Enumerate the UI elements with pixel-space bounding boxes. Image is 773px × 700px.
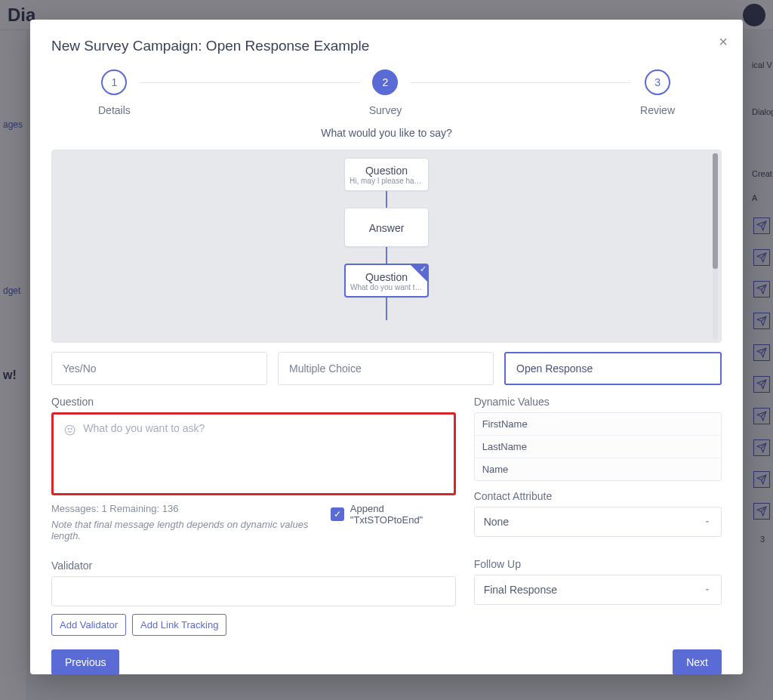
append-label: Append "TxtSTOPtoEnd" [350,503,456,526]
new-survey-modal: × New Survey Campaign: Open Response Exa… [30,20,743,674]
step-survey[interactable]: 2 Survey [360,69,411,116]
flow-canvas-wrap: Question Hi, may I please have... Answer… [51,150,722,343]
question-type-row: Yes/No Multiple Choice Open Response [51,352,722,385]
type-yesno-button[interactable]: Yes/No [51,352,267,385]
append-checkbox[interactable]: ✓ [331,507,343,521]
dynamic-value-item[interactable]: LastName [475,436,721,458]
contact-attribute-select[interactable]: None [474,507,722,537]
svg-point-2 [71,428,72,429]
flow-node-answer[interactable]: Answer [344,208,429,247]
previous-button[interactable]: Previous [51,649,119,674]
step-review[interactable]: 3 Review [631,69,684,116]
follow-up-label: Follow Up [474,558,722,570]
type-multiplechoice-button[interactable]: Multiple Choice [278,352,494,385]
step-details-circle: 1 [101,69,127,95]
flow-node-title: Question [350,165,423,177]
message-note: Note that final message length depends o… [51,519,331,541]
flow-node-subtitle: What do you want to... [350,283,423,291]
step-review-label: Review [640,104,675,116]
step-survey-label: Survey [369,104,402,116]
emoji-icon[interactable] [64,424,75,436]
flow-canvas[interactable]: Question Hi, may I please have... Answer… [52,150,721,342]
validator-label: Validator [51,560,456,572]
modal-footer: Previous Next [51,649,722,674]
close-icon[interactable]: × [719,33,728,51]
chevron-down-icon [703,585,712,594]
flow-node-question-2[interactable]: ✓ Question What do you want to... [344,264,429,298]
contact-attribute-value: None [484,516,509,528]
step-survey-circle: 2 [372,69,398,95]
check-icon: ✓ [420,264,427,274]
follow-up-select[interactable]: Final Response [474,575,722,605]
question-label: Question [51,396,456,408]
flow-link [386,298,387,320]
add-validator-button[interactable]: Add Validator [51,614,126,636]
question-textarea[interactable] [83,422,442,486]
step-details[interactable]: 1 Details [89,69,140,116]
stepper: 1 Details 2 Survey 3 Review [89,69,684,116]
type-openresponse-button[interactable]: Open Response [504,352,722,385]
message-meta: Messages: 1 Remaining: 136 [51,503,331,514]
flow-link [386,247,387,264]
contact-attribute-label: Contact Attribute [474,490,722,502]
step-review-circle: 3 [645,69,670,95]
flow-scrollbar-thumb[interactable] [713,153,718,269]
step-details-label: Details [98,104,131,116]
flow-scrollbar[interactable] [713,153,718,339]
flow-node-title: Answer [369,222,405,234]
add-link-tracking-button[interactable]: Add Link Tracking [132,614,226,636]
dynamic-value-item[interactable]: Name [475,458,721,480]
next-button[interactable]: Next [673,649,722,674]
dynamic-values-label: Dynamic Values [474,396,722,408]
chevron-down-icon [703,517,712,526]
svg-point-1 [68,428,69,429]
dynamic-value-item[interactable]: FirstName [475,413,721,436]
question-textarea-wrap[interactable] [51,412,456,495]
validator-input[interactable] [51,576,456,606]
dynamic-values-list: FirstName LastName Name [474,412,722,481]
follow-up-value: Final Response [484,584,557,596]
svg-point-0 [65,425,75,435]
flow-link [386,191,387,208]
modal-title: New Survey Campaign: Open Response Examp… [51,38,722,54]
prompt-text: What would you like to say? [51,127,722,139]
flow-node-question-1[interactable]: Question Hi, may I please have... [344,158,429,191]
flow-node-subtitle: Hi, may I please have... [350,177,423,185]
